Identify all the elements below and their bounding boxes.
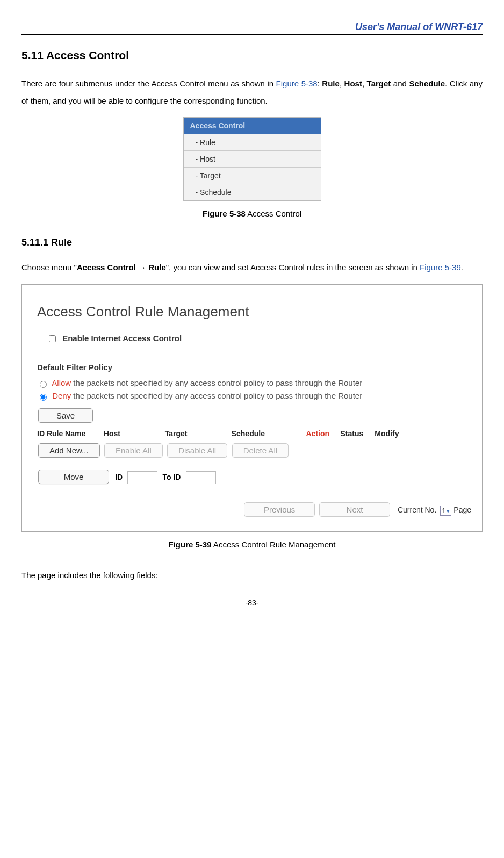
header-divider	[21, 34, 483, 35]
figure-label: Figure 5-39	[169, 540, 212, 549]
rule-table-header: ID Rule Name Host Target Schedule Action…	[37, 429, 471, 438]
menu-item-rule[interactable]: - Rule	[184, 134, 321, 150]
arrow-icon: →	[136, 263, 148, 272]
col-modify: Modify	[375, 429, 399, 438]
access-control-menu: Access Control - Rule - Host - Target - …	[183, 117, 321, 201]
move-to-id-label: To ID	[163, 473, 181, 481]
enable-all-button[interactable]: Enable All	[104, 443, 163, 458]
page-number: -83-	[21, 599, 483, 607]
text: There are four submenus under the Access…	[21, 79, 276, 88]
menu-item-host[interactable]: - Host	[184, 150, 321, 167]
enable-access-control-row: Enable Internet Access Control	[47, 334, 471, 344]
save-button[interactable]: Save	[38, 408, 93, 423]
menu-name-rule: Rule	[322, 79, 340, 88]
move-id-label: ID	[115, 473, 123, 481]
text: .	[461, 263, 463, 272]
default-filter-policy-heading: Default Filter Policy	[37, 363, 471, 372]
allow-policy-radio[interactable]	[40, 381, 47, 388]
figure-5-39-caption: Figure 5-39 Access Control Rule Manageme…	[21, 540, 483, 549]
disable-all-button[interactable]: Disable All	[167, 443, 227, 458]
add-new-button[interactable]: Add New...	[38, 443, 100, 458]
page-select[interactable]: 1▾	[440, 506, 451, 516]
col-host: Host	[104, 429, 163, 438]
move-row: Move ID To ID	[37, 468, 471, 485]
col-target: Target	[165, 429, 229, 438]
menu-name-host: Host	[344, 79, 362, 88]
text: ,	[362, 79, 367, 88]
menu-name-schedule: Schedule	[409, 79, 445, 88]
breadcrumb-rule: Rule	[148, 263, 166, 272]
col-status: Status	[340, 429, 372, 438]
menu-header[interactable]: Access Control	[184, 118, 321, 134]
allow-label: Allow	[52, 378, 71, 387]
deny-label: Deny	[52, 391, 71, 400]
panel-title: Access Control Rule Management	[37, 304, 471, 320]
current-no-label: Current No.	[398, 506, 436, 514]
move-button[interactable]: Move	[38, 470, 109, 484]
deny-policy-radio[interactable]	[40, 394, 47, 401]
col-schedule: Schedule	[232, 429, 304, 438]
footer-text: The page includes the following fields:	[21, 571, 483, 580]
move-id-input[interactable]	[127, 471, 157, 484]
move-to-id-input[interactable]	[186, 471, 216, 484]
pager-row: Previous Next Current No. 1▾ Page	[37, 501, 471, 518]
rule-management-panel: Access Control Rule Management Enable In…	[21, 284, 483, 532]
col-rule-name: ID Rule Name	[37, 429, 102, 438]
figure-label: Figure 5-38	[203, 209, 246, 218]
header-doc-title: User's Manual of WNRT-617	[21, 21, 483, 33]
action-button-row: Add New... Enable All Disable All Delete…	[37, 442, 471, 459]
figure-link-5-39[interactable]: Figure 5-39	[420, 263, 461, 272]
menu-item-schedule[interactable]: - Schedule	[184, 184, 321, 200]
deny-policy-row: Deny the packets not specified by any ac…	[37, 391, 471, 401]
col-action: Action	[306, 429, 339, 438]
figure-text: Access Control Rule Management	[212, 540, 336, 549]
section-intro: There are four submenus under the Access…	[21, 75, 483, 109]
figure-link-5-38[interactable]: Figure 5-38	[276, 79, 318, 88]
previous-button[interactable]: Previous	[244, 502, 315, 517]
chevron-down-icon: ▾	[447, 508, 450, 514]
menu-item-target[interactable]: - Target	[184, 167, 321, 184]
allow-policy-row: Allow the packets not specified by any a…	[37, 378, 471, 388]
breadcrumb-access-control: Access Control	[77, 263, 136, 272]
text: ,	[340, 79, 344, 88]
subsection-heading: 5.11.1 Rule	[21, 237, 483, 248]
enable-access-control-checkbox[interactable]	[49, 335, 56, 342]
subsection-intro: Choose menu "Access Control → Rule", you…	[21, 259, 483, 276]
page-value: 1	[442, 507, 445, 515]
allow-text: the packets not specified by any access …	[71, 378, 362, 387]
text: Choose menu "	[21, 263, 77, 272]
text: and	[391, 79, 409, 88]
page-label: Page	[453, 506, 471, 514]
menu-name-target: Target	[367, 79, 391, 88]
figure-5-38-caption: Figure 5-38 Access Control	[21, 209, 483, 218]
enable-access-control-label: Enable Internet Access Control	[62, 334, 182, 343]
figure-text: Access Control	[246, 209, 301, 218]
section-heading: 5.11 Access Control	[21, 49, 483, 62]
delete-all-button[interactable]: Delete All	[232, 443, 289, 458]
deny-text: the packets not specified by any access …	[71, 391, 362, 400]
text: ", you can view and set Access Control r…	[166, 263, 420, 272]
next-button[interactable]: Next	[319, 502, 390, 517]
